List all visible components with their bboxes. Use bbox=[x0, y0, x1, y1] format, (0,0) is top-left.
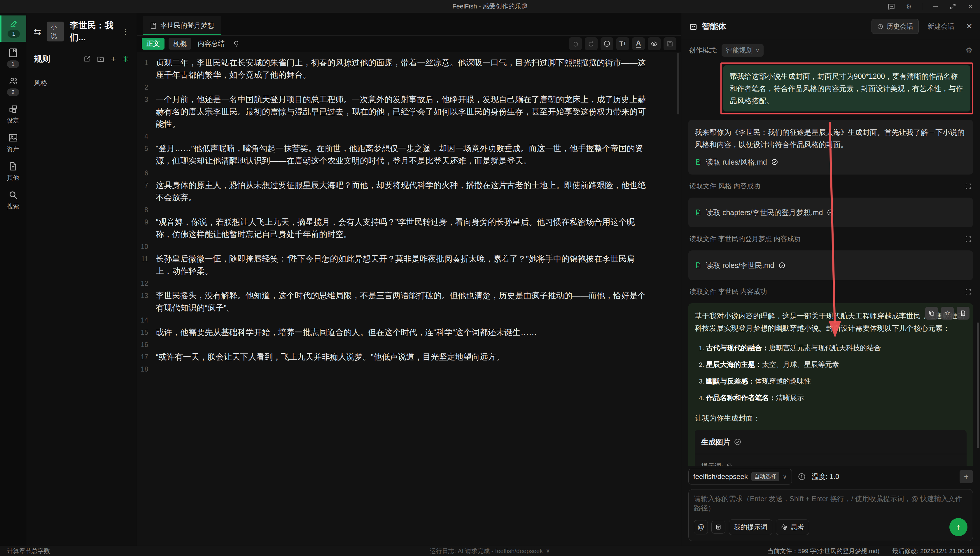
prompt-store-button[interactable] bbox=[711, 521, 725, 533]
editor-line[interactable]: 1贞观二年，李世民站在长安城的朱雀门上，初春的风掠过他的面庞，带着一丝凉意。他深… bbox=[137, 57, 681, 81]
panel-close-icon[interactable]: ✕ bbox=[966, 22, 972, 31]
agent-messages[interactable]: 帮我给这部小说生成封面，封面尺寸为900*1200，要有清晰的作品名称和作者笔名… bbox=[681, 60, 980, 466]
sidebar-item-assets[interactable]: 资产 bbox=[0, 129, 26, 157]
mode-body-button[interactable]: 正文 bbox=[142, 38, 164, 50]
save-button[interactable] bbox=[664, 37, 676, 50]
redo-button[interactable] bbox=[585, 37, 598, 50]
sidebar-item-roles[interactable]: 2 bbox=[0, 72, 26, 100]
editor-scrollbar[interactable] bbox=[677, 53, 679, 115]
editor-line[interactable]: 12 bbox=[137, 277, 681, 289]
close-icon[interactable]: ✕ bbox=[966, 2, 975, 11]
export-icon[interactable] bbox=[83, 55, 91, 63]
tool-read-style[interactable]: 读取 rules/风格.md bbox=[695, 156, 967, 168]
line-number: 11 bbox=[137, 253, 156, 277]
think-button[interactable]: 思考 bbox=[776, 519, 809, 535]
editor-line[interactable]: 11长孙皇后微微一怔，随即掩唇轻笑：“陛下今日怎的如此异想天开？莫非是昨夜批阅奏… bbox=[137, 253, 681, 277]
chat-input[interactable] bbox=[694, 494, 967, 518]
editor-line[interactable]: 3一个月前，他还是一名中国航天登月项目的总工程师。一次意外的发射事故后，他睁开眼… bbox=[137, 94, 681, 130]
expand-icon[interactable] bbox=[965, 236, 972, 242]
line-text bbox=[156, 81, 646, 94]
preview-button[interactable] bbox=[648, 37, 661, 50]
window-titlebar: FeelFish - 感受创作的乐趣 ⚙ ✕ bbox=[0, 0, 980, 13]
sidebar-item-label: 其他 bbox=[7, 174, 19, 182]
swap-icon[interactable]: ⇆ bbox=[34, 27, 41, 37]
add-context-button[interactable]: + bbox=[959, 470, 973, 483]
creation-mode-select[interactable]: 智能规划∨ bbox=[722, 44, 763, 57]
mention-button[interactable]: @ bbox=[694, 520, 708, 534]
editor-line[interactable]: 13李世民摇头，没有解释。他知道，这个时代的思维局限，不是三言两语能打破的。但他… bbox=[137, 289, 681, 314]
maximize-icon[interactable] bbox=[948, 2, 957, 11]
word-count-status[interactable]: 计算章节总字数 bbox=[0, 547, 50, 555]
editor-line[interactable]: 18 bbox=[137, 363, 681, 375]
mode-outline-button[interactable]: 梗概 bbox=[169, 38, 191, 50]
editor-content[interactable]: 1贞观二年，李世民站在长安城的朱雀门上，初春的风掠过他的面庞，带着一丝凉意。他深… bbox=[137, 52, 681, 546]
new-folder-icon[interactable] bbox=[97, 55, 105, 63]
kebab-menu-icon[interactable]: ⋮ bbox=[122, 27, 129, 36]
tool-read-role-card[interactable]: 读取 roles/李世民.md bbox=[688, 251, 973, 280]
undo-button[interactable] bbox=[569, 37, 582, 50]
rules-item-style[interactable]: 风格 bbox=[34, 79, 129, 87]
copy-icon[interactable] bbox=[727, 463, 733, 466]
editor-line[interactable]: 6 bbox=[137, 167, 681, 179]
composer[interactable]: @ 我的提示词 思考 ↑ bbox=[688, 489, 973, 541]
line-text: 或许，他需要先从基础科学开始，培养一批志同道合的人。但在这个时代，连“科学”这个… bbox=[156, 326, 646, 339]
sidebar-item-search[interactable]: 搜索 bbox=[0, 186, 26, 215]
history-button[interactable] bbox=[601, 37, 613, 50]
tab-chapter[interactable]: 李世民的登月梦想 bbox=[143, 16, 221, 35]
copy-icon[interactable] bbox=[925, 307, 938, 320]
save-note-icon[interactable] bbox=[957, 307, 969, 320]
editor-line[interactable]: 5“登月……”他低声呢喃，嘴角勾起一抹苦笑。在前世，他距离梦想仅一步之遥，却因一… bbox=[137, 142, 681, 167]
lightbulb-icon[interactable] bbox=[233, 40, 240, 48]
list-item: 星辰大海的主题：太空、月球、星辰等元素 bbox=[699, 359, 967, 371]
new-session-button[interactable]: 新建会话 bbox=[927, 22, 954, 31]
feedback-chat-icon[interactable] bbox=[887, 2, 896, 11]
line-text bbox=[156, 314, 646, 326]
my-prompts-button[interactable]: 我的提示词 bbox=[729, 519, 772, 535]
model-selector[interactable]: feelfish/deepseek 自动选择 ∨ bbox=[688, 469, 792, 485]
check-circle-icon bbox=[771, 158, 778, 165]
editor-line[interactable]: 17“或许有一天，朕会让天下人看到，飞上九天并非痴人说梦。”他低声说道，目光坚定… bbox=[137, 351, 681, 363]
run-log-status[interactable]: 运行日志: AI 请求完成 - feelfish/deepseek∨ bbox=[430, 547, 550, 555]
agent-settings-gear-icon[interactable]: ⚙ bbox=[966, 46, 972, 55]
line-number: 13 bbox=[137, 289, 156, 314]
temperature-value[interactable]: 温度: 1.0 bbox=[812, 472, 840, 481]
editor-line[interactable]: 8 bbox=[137, 204, 681, 216]
user-message: 帮我给这部小说生成封面，封面尺寸为900*1200，要有清晰的作品名称和作者笔名… bbox=[723, 65, 970, 112]
titlebar-divider bbox=[922, 3, 922, 10]
send-button[interactable]: ↑ bbox=[949, 518, 967, 536]
sidebar-item-settings[interactable]: 设定 bbox=[0, 100, 26, 129]
star-icon[interactable]: ☆ bbox=[941, 307, 954, 320]
info-icon[interactable] bbox=[798, 472, 806, 481]
add-icon[interactable]: + bbox=[111, 54, 116, 65]
expand-icon[interactable] bbox=[965, 288, 972, 295]
settings-gear-icon[interactable]: ⚙ bbox=[904, 2, 913, 11]
minimize-icon[interactable] bbox=[931, 2, 940, 11]
editor-line[interactable]: 4 bbox=[137, 130, 681, 142]
pen-icon bbox=[8, 19, 19, 28]
list-item: 古代与现代的融合：唐朝宫廷元素与现代航天科技的结合 bbox=[699, 342, 967, 354]
expand-icon[interactable] bbox=[965, 183, 972, 190]
clock-icon bbox=[877, 23, 883, 30]
agent-scrollbar[interactable] bbox=[977, 323, 979, 448]
sidebar-item-other[interactable]: 其他 bbox=[0, 157, 26, 186]
editor-line[interactable]: 10 bbox=[137, 241, 681, 253]
editor-line[interactable]: 7这具身体的原主人，恐怕从未想过要征服星辰大海吧？而他，却要将现代科学的火种，播… bbox=[137, 179, 681, 204]
editor-line[interactable]: 2 bbox=[137, 81, 681, 94]
editor-line[interactable]: 15或许，他需要先从基础科学开始，培养一批志同道合的人。但在这个时代，连“科学”… bbox=[137, 326, 681, 339]
line-text bbox=[156, 204, 646, 216]
line-text bbox=[156, 167, 646, 179]
text-color-button[interactable]: A bbox=[632, 37, 645, 50]
tool-read-chapter-card[interactable]: 读取 chapters/李世民的登月梦想.md bbox=[688, 197, 973, 227]
editor-line[interactable]: 16 bbox=[137, 339, 681, 351]
line-number: 1 bbox=[137, 57, 156, 81]
editor-line[interactable]: 14 bbox=[137, 314, 681, 326]
sidebar-item-book[interactable]: 1 bbox=[0, 44, 26, 72]
ai-sparkle-icon[interactable]: ✳ bbox=[122, 54, 129, 64]
sidebar-item-write[interactable]: 1 bbox=[0, 16, 26, 42]
line-text: “观音婢，你说，若朕想让人飞上九天，摘星揽月，会有人支持吗？”李世民转过身，看向… bbox=[156, 216, 646, 241]
line-number: 5 bbox=[137, 142, 156, 167]
font-size-button[interactable]: TT bbox=[616, 37, 629, 50]
editor-line[interactable]: 9“观音婢，你说，若朕想让人飞上九天，摘星揽月，会有人支持吗？”李世民转过身，看… bbox=[137, 216, 681, 241]
mode-summary-button[interactable]: 内容总结 bbox=[195, 38, 227, 50]
history-session-button[interactable]: 历史会话 bbox=[872, 19, 919, 34]
